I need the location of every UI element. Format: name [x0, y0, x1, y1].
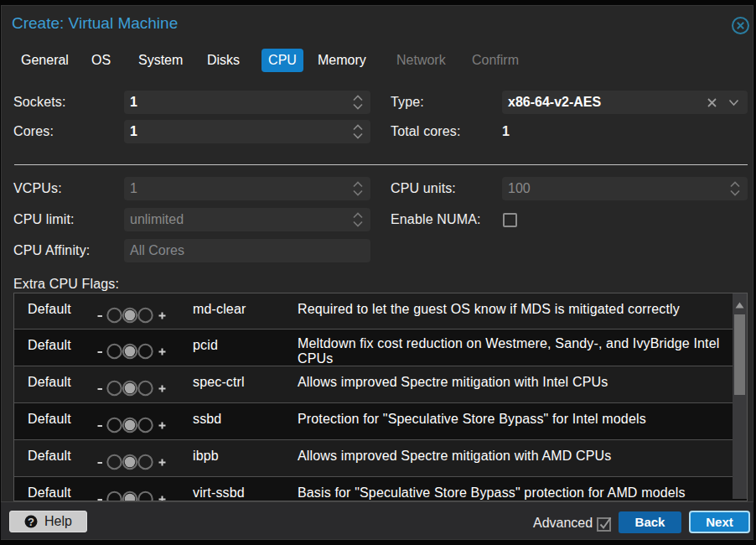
svg-text:?: ? — [28, 516, 34, 528]
